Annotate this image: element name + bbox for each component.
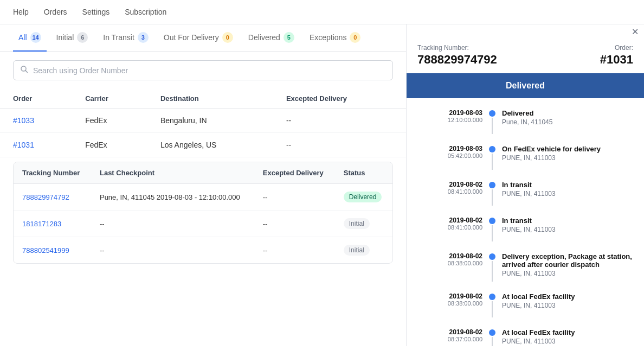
timeline-connector <box>489 328 495 346</box>
tracking-label: Tracking Number: <box>417 44 497 52</box>
timeline-time: 08:38:00.000 <box>448 260 482 266</box>
timeline-item: 2019-08-02 08:41:00.000 In transit PUNE,… <box>417 181 633 206</box>
nav-subscription[interactable]: Subscription <box>125 8 166 16</box>
timeline-dot <box>489 182 495 188</box>
tab-exceptions[interactable]: Exceptions0 <box>304 24 366 52</box>
timeline-connector <box>489 217 495 241</box>
delivery-cell: -- <box>254 211 335 237</box>
inner-col-status: Status <box>335 162 392 184</box>
tab-delivered[interactable]: Delivered5 <box>243 24 300 52</box>
timeline-item: 2019-08-02 08:38:00.000 Delivery excepti… <box>417 252 633 282</box>
nav-settings[interactable]: Settings <box>82 8 110 16</box>
search-icon <box>20 65 29 75</box>
timeline-connector <box>489 109 495 134</box>
delivery-cell: -- <box>254 184 335 211</box>
timeline-line <box>492 225 493 241</box>
status-badge: Initial <box>344 245 370 256</box>
timeline-location: PUNE, IN, 411003 <box>502 190 633 198</box>
tracking-link[interactable]: 788829974792 <box>22 193 69 201</box>
timeline-location: PUNE, IN, 411003 <box>502 338 633 345</box>
timeline-line <box>492 301 493 317</box>
tab-label: Delivered <box>248 33 280 42</box>
tab-label: In Transit <box>103 33 134 42</box>
inner-col-delivery: Excepted Delivery <box>254 162 335 184</box>
tracking-cell[interactable]: 1818171283 <box>14 211 91 237</box>
search-container <box>0 52 406 89</box>
orders-table: Order Carrier Destination Excepted Deliv… <box>0 89 406 157</box>
order-link[interactable]: #1031 <box>13 141 34 149</box>
timeline-date: 2019-08-02 <box>449 217 482 224</box>
status-badge: Delivered <box>344 192 382 202</box>
close-button[interactable]: ✕ <box>632 28 639 36</box>
timeline-connector <box>489 252 495 282</box>
left-panel: All14Initial6In Transit3Out For Delivery… <box>0 24 407 346</box>
tab-label: All <box>18 33 27 42</box>
delivery-cell: -- <box>273 109 406 133</box>
timeline-content: Delivery exception, Package at station, … <box>502 252 633 282</box>
order-link[interactable]: #1033 <box>13 116 34 125</box>
timeline-event: In transit <box>502 181 633 189</box>
order-cell[interactable]: #1033 <box>0 109 72 133</box>
timeline-date: 2019-08-02 <box>449 252 482 260</box>
timeline-connector <box>489 145 495 170</box>
timeline-line <box>492 118 493 134</box>
tab-label: Initial <box>56 33 74 42</box>
tracking-cell[interactable]: 788802541999 <box>14 237 91 264</box>
timeline-location: PUNE, IN, 411003 <box>502 154 633 162</box>
nav-orders[interactable]: Orders <box>44 8 67 16</box>
inner-table: Tracking Number Last Checkpoint Excepted… <box>14 162 392 263</box>
col-destination: Destination <box>147 89 273 109</box>
inner-col-tracking: Tracking Number <box>14 162 91 184</box>
timeline-time-block: 2019-08-03 12:10:00.000 <box>417 109 482 134</box>
timeline-time: 08:37:00.000 <box>448 336 482 342</box>
timeline-content: At local FedEx facility PUNE, IN, 411003 <box>502 328 633 346</box>
tracking-link[interactable]: 1818171283 <box>22 220 61 228</box>
timeline-event: On FedEx vehicle for delivery <box>502 145 633 153</box>
timeline-time: 08:41:00.000 <box>448 224 482 231</box>
timeline-connector <box>489 292 495 317</box>
tab-initial[interactable]: Initial6 <box>51 24 94 52</box>
timeline-time: 08:41:00.000 <box>448 188 482 195</box>
status-cell: Delivered <box>335 184 392 211</box>
tracking-link[interactable]: 788802541999 <box>22 246 69 254</box>
timeline-line <box>492 189 493 206</box>
search-box[interactable] <box>13 60 393 80</box>
checkpoint-cell: -- <box>91 211 254 237</box>
timeline-dot <box>489 329 495 336</box>
delivery-cell: -- <box>254 237 335 264</box>
status-cell: Initial <box>335 237 392 264</box>
inner-table-row: 1818171283 -- -- Initial <box>14 211 392 237</box>
timeline-dot <box>489 110 495 117</box>
timeline-event: At local FedEx facility <box>502 328 633 336</box>
nav-help[interactable]: Help <box>13 8 29 16</box>
destination-cell: Bengaluru, IN <box>147 109 273 133</box>
col-order: Order <box>0 89 72 109</box>
search-input[interactable] <box>33 66 386 75</box>
tab-out-for-delivery[interactable]: Out For Delivery0 <box>158 24 239 52</box>
top-navigation: Help Orders Settings Subscription <box>0 0 644 24</box>
table-row: #1033 FedEx Bengaluru, IN -- <box>0 109 406 133</box>
inner-table-row: 788829974792 Pune, IN, 411045 2019-08-03… <box>14 184 392 211</box>
timeline-time: 12:10:00.000 <box>448 117 482 123</box>
tab-badge: 3 <box>138 32 149 43</box>
timeline-time-block: 2019-08-02 08:37:00.000 <box>417 328 482 346</box>
tab-in-transit[interactable]: In Transit3 <box>98 24 154 52</box>
timeline-connector <box>489 181 495 206</box>
timeline-line <box>492 261 493 282</box>
timeline-item: 2019-08-03 12:10:00.000 Delivered Pune, … <box>417 109 633 134</box>
timeline-time-block: 2019-08-02 08:38:00.000 <box>417 252 482 282</box>
checkpoint-cell: -- <box>91 237 254 264</box>
timeline-location: PUNE, IN, 411003 <box>502 302 633 309</box>
order-cell[interactable]: #1031 <box>0 133 72 157</box>
timeline-item: 2019-08-03 05:42:00.000 On FedEx vehicle… <box>417 145 633 170</box>
status-badge: Initial <box>344 218 370 229</box>
timeline-time: 08:38:00.000 <box>448 300 482 307</box>
timeline-line <box>492 337 493 346</box>
svg-line-1 <box>25 71 28 73</box>
timeline-dot <box>489 253 495 260</box>
timeline-item: 2019-08-02 08:41:00.000 In transit PUNE,… <box>417 217 633 241</box>
tab-all[interactable]: All14 <box>13 24 47 52</box>
timeline-location: PUNE, IN, 411003 <box>502 270 633 277</box>
tracking-cell[interactable]: 788829974792 <box>14 184 91 211</box>
timeline-time-block: 2019-08-02 08:41:00.000 <box>417 181 482 206</box>
